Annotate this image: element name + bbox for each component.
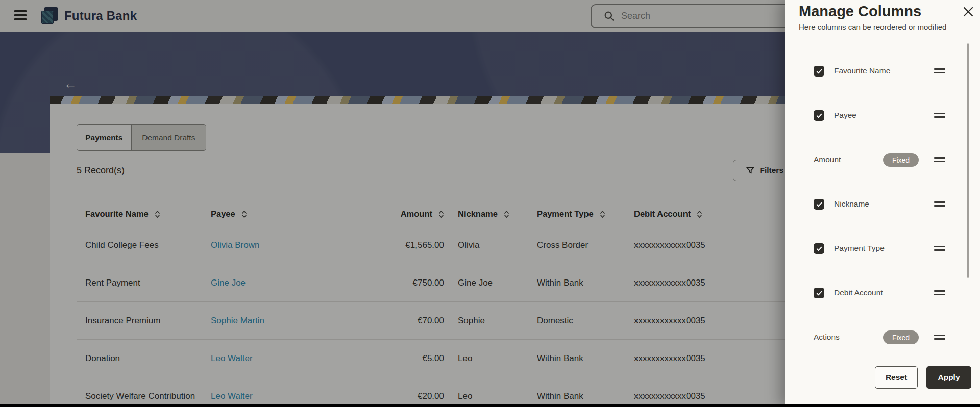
checkmark-icon [816,68,823,75]
column-item-payment-type: Payment Type [785,226,980,271]
drag-handle-icon[interactable] [934,290,945,295]
checkmark-icon [816,112,823,119]
column-item-amount: Amount Fixed [785,138,980,182]
bottom-bar [0,404,980,407]
column-checkbox[interactable] [814,66,824,77]
panel-footer: Reset Apply [785,366,980,389]
column-item-label: Payee [834,111,856,120]
column-checkbox[interactable] [814,243,824,254]
column-checkbox[interactable] [814,199,824,210]
handle-bar [934,249,945,251]
manage-columns-panel: Manage Columns Here columns can be reord… [785,0,980,407]
close-button[interactable] [962,6,974,18]
column-item-debit-account: Debit Account [785,271,980,315]
handle-bar [934,157,945,159]
fixed-badge: Fixed [883,153,919,167]
drag-handle-icon[interactable] [934,113,945,118]
drag-handle-icon[interactable] [934,201,945,207]
handle-bar [934,294,945,295]
column-item-label: Nickname [834,199,869,209]
drag-handle-icon[interactable] [934,335,945,340]
reset-button[interactable]: Reset [875,366,918,389]
checkmark-icon [816,201,823,208]
column-item-favourite-name: Favourite Name [785,49,980,93]
checkmark-icon [816,290,823,297]
column-checkbox[interactable] [814,288,824,298]
column-item-actions: Actions Fixed [785,315,980,360]
handle-bar [934,338,945,340]
drag-handle-icon[interactable] [934,157,945,162]
close-icon [962,6,974,18]
column-item-list: Favourite Name Payee [785,49,980,360]
column-checkbox[interactable] [814,110,824,121]
column-item-label: Payment Type [834,244,885,253]
column-item-nickname: Nickname [785,182,980,226]
handle-bar [934,201,945,203]
column-item-label: Amount [814,155,841,164]
handle-bar [934,335,945,336]
drag-handle-icon[interactable] [934,68,945,73]
app: Futura Bank ← Favourites Payments Demand [0,0,980,407]
handle-bar [934,116,945,118]
panel-subtitle: Here columns can be reordered or modifie… [799,22,946,31]
column-item-payee: Payee [785,93,980,138]
fixed-badge: Fixed [883,330,919,344]
drag-handle-icon[interactable] [934,246,945,251]
handle-bar [934,161,945,162]
apply-button[interactable]: Apply [926,366,971,389]
panel-scrollbar[interactable] [967,43,969,278]
column-item-label: Favourite Name [834,66,890,75]
column-item-label: Debit Account [834,288,883,297]
handle-bar [934,68,945,70]
column-item-label: Actions [814,333,840,342]
handle-bar [934,290,945,292]
handle-bar [934,113,945,114]
handle-bar [934,72,945,73]
panel-divider [785,36,980,36]
handle-bar [934,205,945,207]
handle-bar [934,246,945,247]
panel-title: Manage Columns [799,3,921,20]
checkmark-icon [816,245,823,252]
